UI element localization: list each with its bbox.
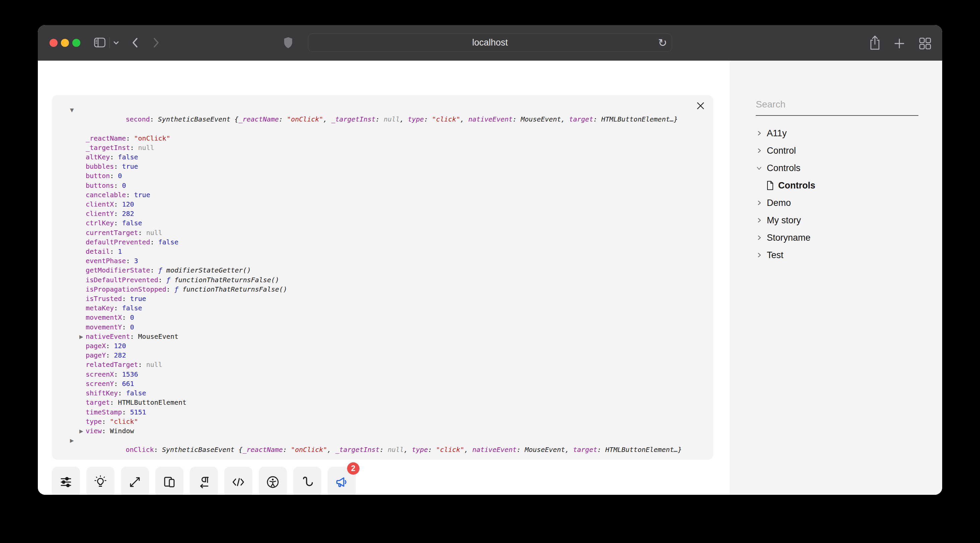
property-row: cancelable: true xyxy=(71,190,706,199)
minimize-window-button[interactable] xyxy=(61,39,69,47)
expand-triangle-icon[interactable]: ▶ xyxy=(70,436,74,445)
sidebar-item-label: Storyname xyxy=(767,232,811,243)
storybook-sidebar: A11y Control Controls Controls Demo xyxy=(730,61,942,495)
actions-megaphone-icon[interactable]: 2 xyxy=(328,467,356,495)
chevron-right-icon xyxy=(756,217,762,224)
forward-button-icon[interactable] xyxy=(152,37,160,48)
property-row: type: "click" xyxy=(71,417,706,426)
expand-triangle-icon[interactable]: ▶ xyxy=(80,332,83,341)
tab-overview-icon[interactable] xyxy=(919,37,931,50)
sidebar-item-a11y[interactable]: A11y xyxy=(756,124,942,142)
url-text: localhost xyxy=(472,38,508,48)
sidebar-search xyxy=(756,99,942,116)
property-row: timeStamp: 5151 xyxy=(71,408,706,417)
sidebar-item-label: My story xyxy=(767,215,801,226)
chevron-right-icon xyxy=(756,252,762,258)
storybook-canvas: ▼second: SyntheticBaseEvent {_reactName:… xyxy=(38,61,730,495)
browser-window: localhost ↻ ▼seco xyxy=(38,25,942,495)
sidebar-item-storyname[interactable]: Storyname xyxy=(756,229,942,247)
url-address-field[interactable]: localhost ↻ xyxy=(308,33,672,52)
text-direction-icon[interactable] xyxy=(190,467,218,495)
chevron-right-icon xyxy=(756,199,762,206)
story-tree: A11y Control Controls Controls Demo xyxy=(756,124,942,264)
property-row: movementY: 0 xyxy=(71,322,706,332)
browser-titlebar: localhost ↻ xyxy=(38,25,942,61)
property-row: detail: 1 xyxy=(71,247,706,256)
property-row: button: 0 xyxy=(71,171,706,180)
back-button-icon[interactable] xyxy=(131,37,140,48)
reload-icon[interactable]: ↻ xyxy=(658,35,667,51)
event-object-tree: ▼second: SyntheticBaseEvent {_reactName:… xyxy=(52,95,713,460)
actions-count-badge: 2 xyxy=(347,462,360,475)
event-root-row: ▼second: SyntheticBaseEvent {_reactName:… xyxy=(71,105,706,134)
event-key: second xyxy=(126,115,150,123)
sidebar-item-label: Test xyxy=(767,250,784,260)
property-row: _targetInst: null xyxy=(71,143,706,152)
actions-log-panel: ▼second: SyntheticBaseEvent {_reactName:… xyxy=(52,95,713,460)
function-symbol: ƒ xyxy=(174,285,182,293)
property-row: pageY: 282 xyxy=(71,350,706,360)
lightbulb-icon[interactable] xyxy=(86,467,115,495)
expand-triangle-icon[interactable]: ▶ xyxy=(80,427,83,436)
onclick-root-row: ▶onClick: SyntheticBaseEvent {_reactName… xyxy=(71,436,706,460)
sidebar-item-controls-doc[interactable]: Controls xyxy=(756,177,942,194)
property-row: bubbles: true xyxy=(71,162,706,171)
property-row: clientY: 282 xyxy=(71,209,706,218)
property-row: clientX: 120 xyxy=(71,199,706,209)
property-row: _reactName: "onClick" xyxy=(71,134,706,143)
property-row: isTrusted: true xyxy=(71,294,706,303)
new-tab-icon[interactable] xyxy=(893,38,905,49)
close-window-button[interactable] xyxy=(49,39,57,47)
property-row: metaKey: false xyxy=(71,303,706,313)
property-row: currentTarget: null xyxy=(71,228,706,237)
sidebar-item-label: Control xyxy=(767,146,796,156)
property-row: isPropagationStopped: ƒ functionThatRetu… xyxy=(71,285,706,294)
controls-sliders-icon[interactable] xyxy=(52,467,80,495)
property-row-nativeevent: ▶nativeEvent: MouseEvent xyxy=(71,332,706,341)
sidebar-item-label: Controls xyxy=(767,163,800,174)
property-row: screenX: 1536 xyxy=(71,369,706,379)
sidebar-item-my-story[interactable]: My story xyxy=(756,212,942,229)
property-row: defaultPrevented: false xyxy=(71,237,706,247)
property-row: target: HTMLButtonElement xyxy=(71,398,706,407)
document-icon xyxy=(767,181,774,190)
function-symbol: ƒ xyxy=(166,276,174,284)
property-row: screenY: 661 xyxy=(71,379,706,389)
chevron-right-icon xyxy=(756,147,762,154)
code-brackets-icon[interactable] xyxy=(224,467,252,495)
property-row: pageX: 120 xyxy=(71,341,706,350)
chevron-right-icon xyxy=(756,130,762,137)
sidebar-item-controls[interactable]: Controls xyxy=(756,159,942,177)
sidebar-item-label: Demo xyxy=(767,198,791,208)
property-row: movementX: 0 xyxy=(71,313,706,322)
viewport-devices-icon[interactable] xyxy=(155,467,183,495)
page-content: ▼second: SyntheticBaseEvent {_reactName:… xyxy=(38,61,942,495)
accessibility-icon[interactable] xyxy=(259,467,287,495)
sidebar-toggle-icon[interactable] xyxy=(94,38,105,48)
expand-arrows-icon[interactable] xyxy=(121,467,149,495)
expand-triangle-icon[interactable]: ▼ xyxy=(70,105,74,115)
property-row-view: ▶view: Window xyxy=(71,426,706,436)
property-row: eventPhase: 3 xyxy=(71,256,706,266)
function-symbol: ƒ xyxy=(158,266,166,274)
sidebar-item-label: A11y xyxy=(767,128,787,139)
property-row: buttons: 0 xyxy=(71,181,706,190)
traffic-lights xyxy=(49,39,80,47)
share-icon[interactable] xyxy=(869,35,881,51)
property-row: ctrlKey: false xyxy=(71,218,706,228)
addons-toolbar: 2 xyxy=(52,467,356,495)
sidebar-item-test[interactable]: Test xyxy=(756,247,942,264)
zoom-window-button[interactable] xyxy=(72,39,80,47)
search-input[interactable] xyxy=(756,99,918,116)
event-key: onClick xyxy=(126,446,154,454)
sidebar-item-demo[interactable]: Demo xyxy=(756,194,942,212)
property-row: isDefaultPrevented: ƒ functionThatReturn… xyxy=(71,275,706,285)
property-row: getModifierState: ƒ modifierStateGetter(… xyxy=(71,266,706,275)
chevron-down-icon xyxy=(756,165,762,171)
chevron-down-icon[interactable] xyxy=(113,40,119,45)
property-row: relatedTarget: null xyxy=(71,360,706,369)
hook-icon[interactable] xyxy=(293,467,321,495)
property-row: altKey: false xyxy=(71,152,706,162)
sidebar-item-control[interactable]: Control xyxy=(756,142,942,159)
toolbar-divider xyxy=(110,37,110,48)
